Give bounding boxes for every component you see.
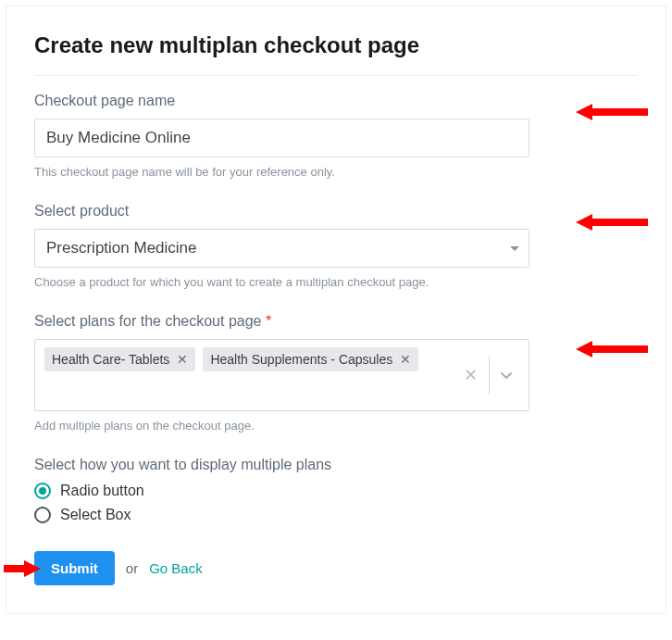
field-checkout-name: Checkout page name This checkout page na… [34,93,638,179]
radio-group-display: Radio button Select Box [34,483,638,523]
help-checkout-name: This checkout page name will be for your… [34,165,638,179]
radio-label: Select Box [60,507,131,523]
label-display-mode: Select how you want to display multiple … [34,457,638,473]
product-select-value: Prescription Medicine [46,239,510,257]
label-checkout-name: Checkout page name [34,93,638,109]
svg-marker-2 [576,341,648,358]
label-select-plans: Select plans for the checkout page * [34,313,638,330]
label-select-product: Select product [34,203,638,220]
field-display-mode: Select how you want to display multiple … [34,457,638,523]
checkout-name-input[interactable] [34,119,529,157]
required-asterisk: * [266,313,271,329]
submit-button[interactable]: Submit [34,551,115,585]
clear-all-icon[interactable]: ✕ [456,365,485,385]
label-select-plans-text: Select plans for the checkout page [34,313,262,329]
radio-option-select-box[interactable]: Select Box [34,507,638,523]
multiselect-controls: ✕ [447,347,529,403]
product-select[interactable]: Prescription Medicine [34,229,529,268]
or-text: or [126,560,138,576]
radio-icon [34,483,51,499]
annotation-arrow-icon [576,341,648,358]
go-back-link[interactable]: Go Back [149,560,203,576]
help-select-plans: Add multiple plans on the checkout page. [34,419,638,433]
divider [489,356,490,395]
chevron-down-icon[interactable] [493,368,519,383]
radio-option-radio-button[interactable]: Radio button [34,483,638,499]
radio-icon [34,507,51,523]
page-title: Create new multiplan checkout page [34,16,638,76]
radio-label: Radio button [60,483,144,499]
remove-tag-icon[interactable]: ✕ [400,353,411,366]
plan-tag-label: Health Care- Tablets [52,352,169,367]
plan-tag: Health Supplements - Capsules ✕ [203,347,418,371]
plan-tag-label: Health Supplements - Capsules [210,352,392,367]
remove-tag-icon[interactable]: ✕ [177,353,188,366]
form-panel: Create new multiplan checkout page Check… [6,6,666,614]
help-select-product: Choose a product for which you want to c… [34,275,638,289]
plan-tag: Health Care- Tablets ✕ [44,347,195,371]
field-select-product: Select product Prescription Medicine Cho… [34,203,638,289]
plans-multiselect[interactable]: Health Care- Tablets ✕ Health Supplement… [34,339,529,411]
caret-down-icon [510,246,519,251]
plans-tags-container: Health Care- Tablets ✕ Health Supplement… [44,347,447,403]
form-actions: Submit or Go Back [34,551,638,585]
field-select-plans: Select plans for the checkout page * Hea… [34,313,638,433]
